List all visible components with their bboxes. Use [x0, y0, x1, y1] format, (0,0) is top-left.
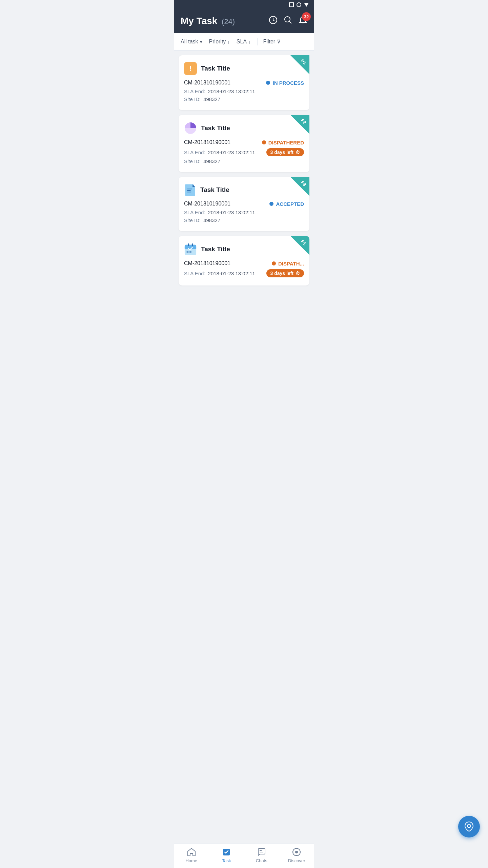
task-id-row-1: CM-201810190001 IN PROCESS [184, 80, 304, 86]
svg-marker-5 [290, 115, 309, 134]
status-dot-4 [272, 261, 276, 265]
site-row-3: Site ID: 498327 [184, 217, 304, 223]
filter-bar: All task ▾ Priority ↓ SLA ↓ Filter ⊽ [174, 33, 314, 51]
svg-line-2 [289, 21, 291, 23]
bottom-nav: Home Task Chats Discover [174, 844, 314, 868]
site-row-1: Site ID: 498327 [184, 96, 304, 102]
sla-label-4: SLA End: [184, 271, 205, 276]
chats-icon [257, 847, 266, 857]
priority-label: Priority [209, 39, 226, 45]
task-header-2: Task Title [184, 122, 304, 135]
clock-icon-2: ⏱ [296, 150, 300, 155]
sla-label-2: SLA End: [184, 150, 205, 155]
task-id-2: CM-201810190001 [184, 139, 230, 145]
site-row-2: Site ID: 498327 [184, 158, 304, 164]
sla-label: SLA [237, 39, 247, 45]
sla-value-2: 2018-01-23 13:02:11 [208, 150, 266, 155]
nav-chats[interactable]: Chats [250, 847, 273, 863]
nav-discover-label: Discover [288, 858, 305, 863]
sla-label-1: SLA End: [184, 88, 205, 94]
status-bar [174, 0, 314, 9]
priority-ribbon-2: P2 [290, 115, 309, 134]
sla-arrow-icon: ↓ [248, 39, 251, 44]
status-label-1: IN PROCESS [272, 80, 304, 86]
all-task-filter[interactable]: All task ▾ [181, 39, 209, 45]
sla-filter[interactable]: SLA ↓ [237, 39, 258, 45]
history-button[interactable] [269, 16, 278, 26]
nav-home[interactable]: Home [180, 847, 203, 863]
priority-ribbon-4: P1 [290, 236, 309, 255]
task-id-3: CM-201810190001 [184, 201, 230, 207]
status-triangle-icon [304, 3, 309, 7]
svg-rect-21 [192, 243, 193, 246]
task-title-2: Task Title [201, 124, 230, 132]
task-status-2: DISPATHERED [262, 140, 304, 145]
task-icon [222, 847, 231, 857]
task-title-1: Task Title [201, 65, 230, 72]
task-id-1: CM-201810190001 [184, 80, 230, 86]
status-square-icon [289, 2, 294, 7]
task-card-3[interactable]: P3 Task Title CM-201810190001 ACCEPTED [179, 177, 309, 231]
priority-ribbon-1: P1 [290, 55, 309, 74]
priority-filter[interactable]: Priority ↓ [209, 39, 237, 45]
page-title: My Task [181, 16, 217, 26]
search-button[interactable] [284, 16, 292, 26]
task-id-row-3: CM-201810190001 ACCEPTED [184, 201, 304, 207]
sla-row-2: SLA End: 2018-01-23 13:02:11 3 days left… [184, 148, 304, 156]
clock-icon-4: ⏱ [296, 271, 300, 276]
sla-row-1: SLA End: 2018-01-23 13:02:11 [184, 88, 304, 94]
days-left-label-2: 3 days left [270, 150, 293, 155]
task-status-1: IN PROCESS [266, 80, 304, 86]
task-card-1[interactable]: P1 ! Task Title CM-201810190001 IN PROCE… [179, 55, 309, 110]
sla-row-3: SLA End: 2018-01-23 13:02:11 [184, 210, 304, 215]
svg-marker-3 [290, 55, 309, 74]
task-title-4: Task Title [201, 245, 230, 253]
notification-count: 32 [302, 12, 311, 21]
filter-funnel-icon: ⊽ [277, 39, 281, 45]
task-title-3: Task Title [200, 186, 229, 194]
task-icon-warning: ! [184, 62, 197, 75]
days-left-label-4: 3 days left [270, 271, 293, 276]
notification-button[interactable]: 32 [299, 16, 307, 26]
svg-rect-20 [188, 243, 189, 246]
status-dot-3 [269, 202, 273, 206]
task-status-3: ACCEPTED [269, 201, 304, 207]
task-count: (24) [222, 17, 235, 26]
task-id-row-4: CM-201810190001 DISPATH... [184, 260, 304, 267]
discover-icon [292, 847, 301, 857]
header: My Task (24) 32 [174, 9, 314, 33]
priority-arrow-icon: ↓ [227, 39, 230, 44]
task-header-4: Task Title [184, 243, 304, 256]
task-status-4: DISPATH... [272, 261, 304, 267]
site-label-1: Site ID: [184, 96, 201, 102]
svg-rect-14 [187, 192, 191, 192]
svg-rect-13 [187, 190, 191, 191]
status-circle-icon [297, 2, 301, 7]
svg-point-1 [285, 17, 290, 22]
site-value-3: 498327 [203, 217, 304, 223]
home-icon [187, 847, 196, 857]
task-icon-calendar [184, 243, 197, 256]
filter-label: Filter [263, 39, 276, 45]
nav-chats-label: Chats [256, 858, 267, 863]
days-left-badge-4: 3 days left ⏱ [266, 269, 304, 277]
days-left-badge-2: 3 days left ⏱ [266, 148, 304, 156]
status-label-3: ACCEPTED [276, 201, 304, 207]
nav-task-label: Task [222, 858, 231, 863]
sla-value-3: 2018-01-23 13:02:11 [208, 210, 304, 215]
status-dot-2 [262, 140, 266, 144]
nav-task[interactable]: Task [215, 847, 238, 863]
task-id-4: CM-201810190001 [184, 260, 230, 267]
task-header-3: Task Title [184, 184, 304, 196]
task-card-2[interactable]: P2 Task Title CM-201810190001 DISPATHERE… [179, 115, 309, 172]
sla-value-4: 2018-01-23 13:02:11 [208, 271, 266, 276]
filter-divider [258, 38, 258, 45]
filter-button[interactable]: Filter ⊽ [263, 39, 288, 45]
svg-rect-22 [187, 251, 189, 253]
site-label-2: Site ID: [184, 158, 201, 164]
nav-discover[interactable]: Discover [285, 847, 308, 863]
svg-marker-8 [290, 177, 309, 196]
task-card-4[interactable]: P1 Task Title CM-201810190001 DISPATH... [179, 236, 309, 285]
status-label-4: DISPATH... [278, 261, 304, 267]
nav-home-label: Home [185, 858, 197, 863]
